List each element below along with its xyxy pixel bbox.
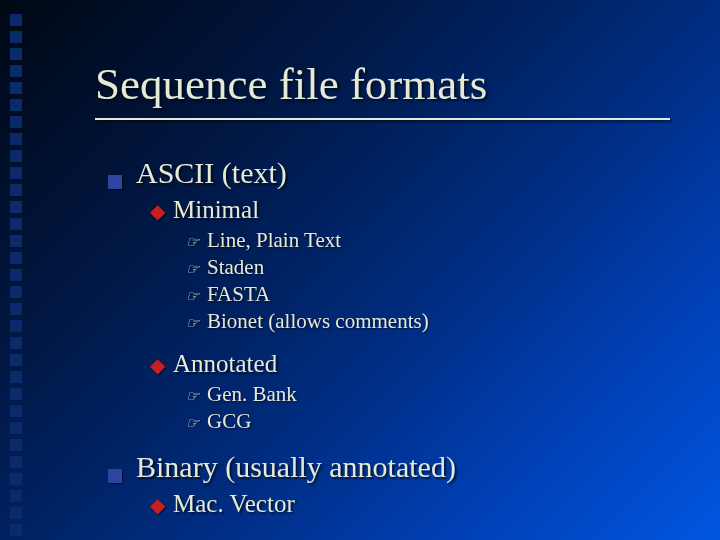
pointer-bullet-icon: ☞	[186, 260, 199, 278]
square-bullet-icon	[108, 469, 122, 483]
list-item-label: Annotated	[173, 350, 277, 378]
list-item: ☞ FASTA	[186, 282, 680, 307]
square-bullet-icon	[108, 175, 122, 189]
diamond-bullet-icon: ◆	[150, 493, 165, 517]
pointer-bullet-icon: ☞	[186, 233, 199, 251]
list-item-label: GCG	[207, 409, 251, 434]
list-item: ☞ Line, Plain Text	[186, 228, 680, 253]
diamond-bullet-icon: ◆	[150, 353, 165, 377]
slide: Sequence file formats ASCII (text) ◆ Min…	[0, 0, 720, 540]
list-item-label: ASCII (text)	[136, 156, 287, 190]
list-item-label: Staden	[207, 255, 264, 280]
list-item-label: FASTA	[207, 282, 270, 307]
list-item-label: Bionet (allows comments)	[207, 309, 429, 334]
list-item: ◆ Annotated	[150, 350, 680, 378]
decorative-square-rail	[10, 14, 22, 536]
title-underline	[95, 118, 670, 120]
list-item: Binary (usually annotated)	[108, 450, 680, 484]
list-item-label: Line, Plain Text	[207, 228, 341, 253]
slide-title: Sequence file formats	[95, 58, 487, 110]
list-item: ☞ Gen. Bank	[186, 382, 680, 407]
list-item: ☞ GCG	[186, 409, 680, 434]
pointer-bullet-icon: ☞	[186, 287, 199, 305]
pointer-bullet-icon: ☞	[186, 414, 199, 432]
slide-body: ASCII (text) ◆ Minimal ☞ Line, Plain Tex…	[108, 150, 680, 522]
list-item-label: Mac. Vector	[173, 490, 295, 518]
list-item: ◆ Minimal	[150, 196, 680, 224]
list-item: ◆ Mac. Vector	[150, 490, 680, 518]
list-item: ☞ Bionet (allows comments)	[186, 309, 680, 334]
list-item: ASCII (text)	[108, 156, 680, 190]
list-item-label: Gen. Bank	[207, 382, 297, 407]
list-item-label: Binary (usually annotated)	[136, 450, 456, 484]
list-item-label: Minimal	[173, 196, 259, 224]
list-item: ☞ Staden	[186, 255, 680, 280]
pointer-bullet-icon: ☞	[186, 387, 199, 405]
pointer-bullet-icon: ☞	[186, 314, 199, 332]
diamond-bullet-icon: ◆	[150, 199, 165, 223]
